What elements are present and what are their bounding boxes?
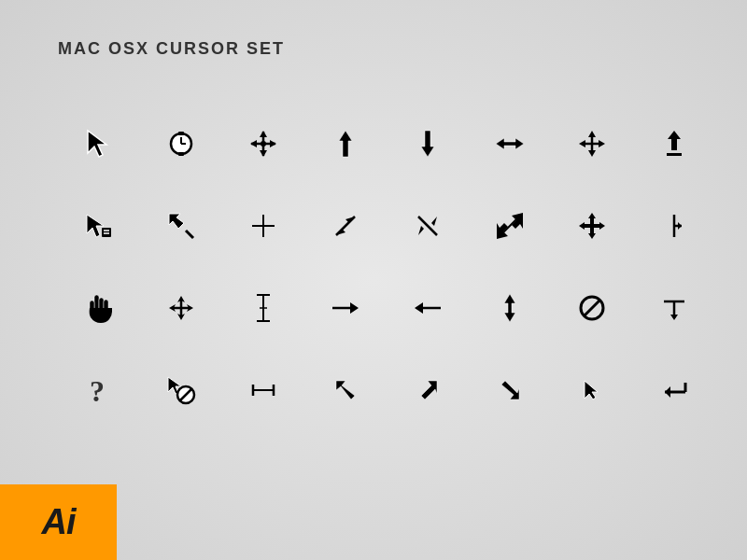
cursor-cell-up <box>304 103 387 185</box>
svg-marker-14 <box>421 131 434 157</box>
up-cursor-icon <box>338 130 353 158</box>
return-cursor-icon <box>661 379 687 401</box>
svg-marker-82 <box>421 381 437 399</box>
hand-cursor-icon <box>86 293 112 323</box>
ai-badge: Ai <box>0 484 117 560</box>
crosshair-move-cursor-icon <box>249 130 277 158</box>
svg-marker-24 <box>87 215 104 237</box>
cursor-cell-resize-width <box>222 349 304 431</box>
svg-marker-43 <box>579 222 585 230</box>
cursor-cell-watch <box>140 103 222 185</box>
watch-cursor-icon <box>168 131 194 157</box>
svg-marker-39 <box>497 223 508 239</box>
cursor-cell-sw-resize <box>387 185 469 267</box>
cursor-cell-small-arrow <box>551 349 633 431</box>
updown-cursor-icon <box>502 293 517 323</box>
ai-badge-text: Ai <box>42 502 76 542</box>
svg-text:?: ? <box>90 375 105 405</box>
svg-marker-19 <box>599 140 605 147</box>
svg-marker-8 <box>260 131 267 137</box>
cursor-cell-arrow-no <box>140 349 222 431</box>
arrow-cursor-icon <box>86 129 112 159</box>
svg-marker-49 <box>678 222 682 230</box>
nw-resize-cursor-icon <box>167 212 195 240</box>
svg-marker-68 <box>504 294 515 322</box>
svg-rect-23 <box>667 153 682 156</box>
svg-marker-11 <box>270 140 276 147</box>
svg-marker-22 <box>668 131 681 150</box>
svg-marker-18 <box>579 140 585 147</box>
cursor-cell-4arrow <box>140 267 222 349</box>
cursor-cell-updown <box>469 267 551 349</box>
move4-cursor-icon <box>578 130 606 158</box>
svg-marker-81 <box>336 381 355 399</box>
svg-marker-0 <box>88 131 106 157</box>
cursor-cell-curve <box>469 349 551 431</box>
small-arrow-cursor-icon <box>584 380 600 400</box>
svg-marker-38 <box>512 213 523 229</box>
cursor-cell-right-arrow <box>304 267 387 349</box>
svg-marker-44 <box>599 222 605 230</box>
cursor-cell-nw-arrow2 <box>387 349 469 431</box>
svg-point-12 <box>261 141 266 147</box>
svg-marker-10 <box>250 140 257 147</box>
svg-marker-37 <box>431 217 437 226</box>
sw-resize-cursor-icon <box>415 213 441 239</box>
cursor-cell-ne-resize <box>304 185 387 267</box>
cursor-cell-upload <box>633 103 715 185</box>
se-arrow-cursor-icon <box>332 377 359 403</box>
question-cursor-icon: ? <box>88 375 110 405</box>
cursor-cell-plus <box>222 185 304 267</box>
nw-arrow2-cursor-icon <box>415 377 441 403</box>
down-cursor-icon <box>420 130 435 158</box>
cursor-cell-arrow-select <box>58 185 140 267</box>
ne-resize-cursor-icon <box>332 213 359 239</box>
no-cursor-icon <box>578 294 606 322</box>
left-arrow-cursor-icon <box>414 301 442 315</box>
cursor-cell-nesw-resize <box>469 185 551 267</box>
svg-marker-84 <box>585 381 598 399</box>
cursor-cell-tbar <box>633 267 715 349</box>
cursor-cell-crosshair-move <box>222 103 304 185</box>
right-arrow-cursor-icon <box>331 301 359 315</box>
svg-marker-28 <box>169 214 184 229</box>
curve-cursor-icon <box>497 377 523 403</box>
svg-marker-17 <box>588 150 596 157</box>
cursor-cell-down <box>387 103 469 185</box>
svg-marker-9 <box>260 150 267 157</box>
cursor-cell-left-arrow <box>387 267 469 349</box>
upload-cursor-icon <box>664 130 684 158</box>
all-move-cursor-icon <box>578 212 606 240</box>
leftright-cursor-icon <box>495 136 525 151</box>
svg-marker-16 <box>588 131 596 137</box>
svg-marker-83 <box>501 381 519 399</box>
cursor-cell-all-move <box>551 185 633 267</box>
svg-rect-46 <box>585 224 599 228</box>
nesw-resize-cursor-icon <box>496 212 524 240</box>
svg-rect-4 <box>178 132 184 135</box>
svg-rect-50 <box>94 295 99 310</box>
cursor-cell-hand <box>58 267 140 349</box>
ibeam-cursor-icon <box>255 293 272 323</box>
svg-marker-13 <box>339 131 352 157</box>
svg-marker-15 <box>496 138 524 149</box>
page-title: MAC OSX CURSOR SET <box>58 39 285 59</box>
svg-rect-5 <box>178 152 184 156</box>
svg-rect-25 <box>102 228 111 237</box>
cursor-grid: ? <box>58 103 715 431</box>
arrow-select-cursor-icon <box>85 213 113 239</box>
tbar-cursor-icon <box>662 296 686 320</box>
resize-width-cursor-icon <box>248 381 278 399</box>
cursor-cell-question: ? <box>58 349 140 431</box>
svg-marker-41 <box>588 213 596 218</box>
svg-marker-42 <box>588 233 596 239</box>
svg-line-29 <box>186 231 193 238</box>
cursor-cell-se-arrow <box>304 349 387 431</box>
cursor-cell-leftright <box>469 103 551 185</box>
plus-cursor-icon <box>250 213 276 239</box>
h-resize-cursor-icon <box>665 213 684 239</box>
cursor-cell-return <box>633 349 715 431</box>
cursor-cell-no <box>551 267 633 349</box>
cursor-cell-arrow <box>58 103 140 185</box>
svg-marker-36 <box>418 226 424 235</box>
